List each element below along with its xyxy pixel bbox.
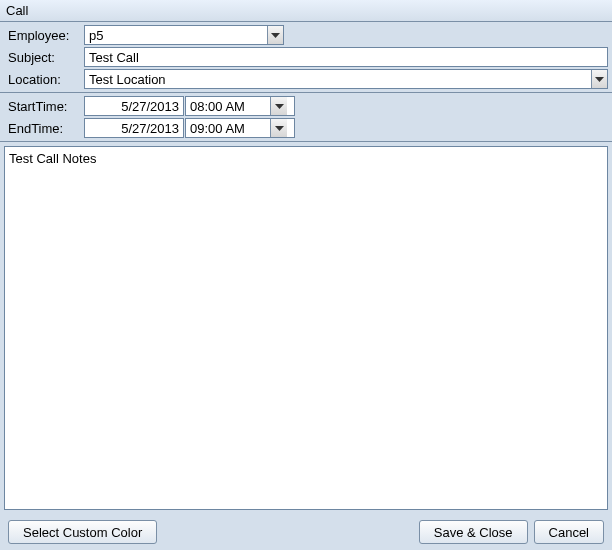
chevron-down-icon	[271, 33, 280, 38]
window-title: Call	[0, 0, 612, 21]
header-form: Employee: Subject: Location:	[0, 22, 612, 92]
employee-label: Employee:	[4, 28, 84, 43]
starttime-label: StartTime:	[4, 99, 84, 114]
cancel-button[interactable]: Cancel	[534, 520, 604, 544]
end-time-combobox[interactable]	[185, 118, 295, 138]
start-time-input[interactable]	[186, 97, 270, 115]
button-bar: Select Custom Color Save & Close Cancel	[0, 514, 612, 550]
subject-label: Subject:	[4, 50, 84, 65]
notes-textarea[interactable]	[5, 147, 607, 509]
time-form: StartTime: EndTime:	[0, 93, 612, 141]
call-dialog: Call Employee: Subject: Location:	[0, 0, 612, 550]
employee-combobox[interactable]	[84, 25, 284, 45]
location-dropdown-button[interactable]	[591, 70, 607, 88]
chevron-down-icon	[275, 104, 284, 109]
start-date-input[interactable]	[84, 96, 184, 116]
subject-input[interactable]	[84, 47, 608, 67]
employee-input[interactable]	[85, 26, 267, 44]
chevron-down-icon	[275, 126, 284, 131]
select-custom-color-button[interactable]: Select Custom Color	[8, 520, 157, 544]
location-input[interactable]	[85, 70, 591, 88]
start-time-combobox[interactable]	[185, 96, 295, 116]
end-time-dropdown-button[interactable]	[270, 119, 287, 137]
end-date-input[interactable]	[84, 118, 184, 138]
location-combobox[interactable]	[84, 69, 608, 89]
chevron-down-icon	[595, 77, 604, 82]
employee-dropdown-button[interactable]	[267, 26, 283, 44]
save-and-close-button[interactable]: Save & Close	[419, 520, 528, 544]
location-label: Location:	[4, 72, 84, 87]
end-time-input[interactable]	[186, 119, 270, 137]
start-time-dropdown-button[interactable]	[270, 97, 287, 115]
endtime-label: EndTime:	[4, 121, 84, 136]
notes-area	[4, 146, 608, 510]
